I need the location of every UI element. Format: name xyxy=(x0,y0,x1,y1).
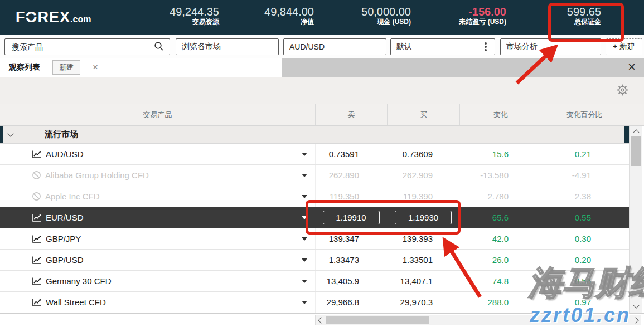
caret-down-icon[interactable] xyxy=(302,280,307,283)
market-analysis-dropdown[interactable]: 市场分析 xyxy=(500,38,601,55)
buy-price[interactable]: 13,407.1 xyxy=(400,276,433,286)
instrument-name: AUD/USD xyxy=(46,149,84,159)
workspace-tabbar: 观察列表 新建 × × xyxy=(0,58,644,77)
change-cell: 15.6 xyxy=(459,144,541,164)
caret-down-icon[interactable] xyxy=(302,195,307,198)
change-pct-cell: 0.55 xyxy=(541,207,627,228)
change-cell: 42.0 xyxy=(459,228,541,249)
table-row[interactable]: Apple Inc CFD 119.350 119.390 2.780 2.38 xyxy=(0,186,629,207)
scroll-up-icon[interactable] xyxy=(633,129,639,135)
search-icon[interactable] xyxy=(154,41,164,53)
change-pct-value: 2.38 xyxy=(575,192,591,201)
table-row[interactable]: Wall Street CFD 29,966.8 29,970.3 288.0 … xyxy=(0,292,629,313)
buy-price-cell[interactable]: 1.19930 xyxy=(387,207,459,228)
change-pct-value: 0.55 xyxy=(575,213,591,222)
sell-price-cell[interactable]: 0.73591 xyxy=(315,144,387,164)
table-row[interactable]: GBP/JPY 139.347 139.393 42.0 0.30 xyxy=(0,228,629,250)
sell-price-cell[interactable]: 139.347 xyxy=(315,228,387,249)
sell-price[interactable]: 262.890 xyxy=(329,170,359,180)
table-row[interactable]: Germany 30 CFD 13,405.9 13,407.1 74.8 0.… xyxy=(0,271,629,292)
sell-price[interactable]: 1.19910 xyxy=(323,211,380,224)
buy-price-cell[interactable]: 139.393 xyxy=(387,228,459,249)
instrument-name: GBP/JPY xyxy=(46,234,81,243)
sell-price[interactable]: 139.347 xyxy=(329,234,359,243)
caret-down-icon[interactable] xyxy=(302,153,307,156)
chart-icon[interactable] xyxy=(32,298,42,307)
stat-value: 49,244.35 xyxy=(170,6,219,18)
table-body: AUD/USD 0.73591 0.73609 15.6 0.21 Alibab… xyxy=(0,144,629,313)
watchlist-tab-label: 观察列表 xyxy=(9,62,40,72)
buy-price[interactable]: 0.73609 xyxy=(403,149,433,159)
horizontal-scrollbar[interactable] xyxy=(315,315,641,325)
chart-icon[interactable] xyxy=(32,277,42,286)
kebab-menu-icon[interactable] xyxy=(485,46,487,48)
caret-down-icon[interactable] xyxy=(302,258,307,262)
change-cell: 26.0 xyxy=(459,250,541,270)
buy-price[interactable]: 29,970.3 xyxy=(400,297,433,307)
change-pct-cell: 0.56 xyxy=(541,271,627,291)
buy-price-cell[interactable]: 262.909 xyxy=(387,165,459,186)
vertical-scroll-thumb[interactable] xyxy=(631,136,641,166)
sell-price-cell[interactable]: 13,405.9 xyxy=(315,271,387,291)
panel-close-icon[interactable]: × xyxy=(628,60,636,74)
browse-markets-dropdown[interactable]: 浏览各市场 xyxy=(176,38,279,55)
caret-down-icon[interactable] xyxy=(302,174,307,177)
buy-price-cell[interactable]: 0.73609 xyxy=(387,144,459,164)
sell-price-cell[interactable]: 1.19910 xyxy=(315,207,387,228)
stat-total-margin: 599.65 总保证金 xyxy=(567,6,601,26)
tab-close-icon[interactable]: × xyxy=(93,62,98,73)
caret-down-icon[interactable] xyxy=(302,237,307,241)
chart-icon[interactable] xyxy=(32,235,42,243)
change-value: 74.8 xyxy=(492,276,509,286)
scroll-down-icon[interactable] xyxy=(633,302,639,308)
table-row[interactable]: EUR/USD 1.19910 1.19930 65.6 0.55 xyxy=(0,207,629,228)
buy-price-cell[interactable]: 13,407.1 xyxy=(387,271,459,291)
caret-down-icon[interactable] xyxy=(302,216,307,219)
chart-icon[interactable] xyxy=(32,213,42,222)
tab-watchlist[interactable]: 观察列表 新建 × xyxy=(0,58,282,77)
scroll-left-icon[interactable] xyxy=(318,317,324,323)
instrument-selector[interactable]: AUD/USD xyxy=(283,38,386,55)
chart-icon[interactable] xyxy=(32,150,42,159)
sell-price-cell[interactable]: 262.890 xyxy=(315,165,387,186)
chevron-down-icon[interactable] xyxy=(7,130,13,136)
table-row[interactable]: GBP/USD 1.33473 1.33501 26.0 0.20 xyxy=(0,250,629,271)
gear-icon[interactable] xyxy=(617,84,628,98)
vertical-scrollbar[interactable] xyxy=(629,126,642,313)
change-value: 2.780 xyxy=(487,192,509,201)
buy-price[interactable]: 1.33501 xyxy=(403,255,433,265)
buy-price[interactable]: 119.390 xyxy=(403,192,433,201)
search-input[interactable] xyxy=(11,42,154,52)
horizontal-scroll-thumb[interactable] xyxy=(326,316,429,324)
sell-price-cell[interactable]: 29,966.8 xyxy=(315,292,387,313)
sell-price[interactable]: 119.350 xyxy=(330,192,359,201)
product-cell: Germany 30 CFD xyxy=(0,271,315,291)
buy-price-cell[interactable]: 1.33501 xyxy=(387,250,459,270)
search-box[interactable] xyxy=(4,38,170,55)
buy-price[interactable]: 1.19930 xyxy=(395,211,452,224)
sell-price[interactable]: 13,405.9 xyxy=(327,276,359,286)
buy-price[interactable]: 262.909 xyxy=(403,170,433,180)
layout-dropdown[interactable]: 默认 xyxy=(390,38,495,55)
buy-price-cell[interactable]: 119.390 xyxy=(387,186,459,207)
instrument-name: EUR/USD xyxy=(46,213,84,222)
new-workspace-button[interactable]: + 新建 xyxy=(606,38,642,55)
change-value: 15.6 xyxy=(492,149,509,159)
sell-price[interactable]: 29,966.8 xyxy=(327,297,359,307)
table-row[interactable]: Alibaba Group Holding CFD 262.890 262.90… xyxy=(0,165,629,186)
buy-price-cell[interactable]: 29,970.3 xyxy=(387,292,459,313)
sell-price[interactable]: 0.73591 xyxy=(329,149,359,159)
market-analysis-label: 市场分析 xyxy=(506,42,538,52)
group-row-popular-markets[interactable]: 流行市场 xyxy=(0,126,629,144)
sell-price-cell[interactable]: 1.33473 xyxy=(315,250,387,270)
sell-price[interactable]: 1.33473 xyxy=(329,255,359,265)
chart-icon[interactable] xyxy=(32,256,42,265)
buy-price[interactable]: 139.393 xyxy=(403,234,433,243)
scroll-right-icon[interactable] xyxy=(632,317,638,323)
new-watchlist-button[interactable]: 新建 xyxy=(52,60,80,75)
ban-icon xyxy=(32,170,41,180)
sell-price-cell[interactable]: 119.350 xyxy=(315,186,387,207)
table-row[interactable]: AUD/USD 0.73591 0.73609 15.6 0.21 xyxy=(0,144,629,165)
ban-icon xyxy=(32,192,41,201)
caret-down-icon[interactable] xyxy=(302,301,307,304)
